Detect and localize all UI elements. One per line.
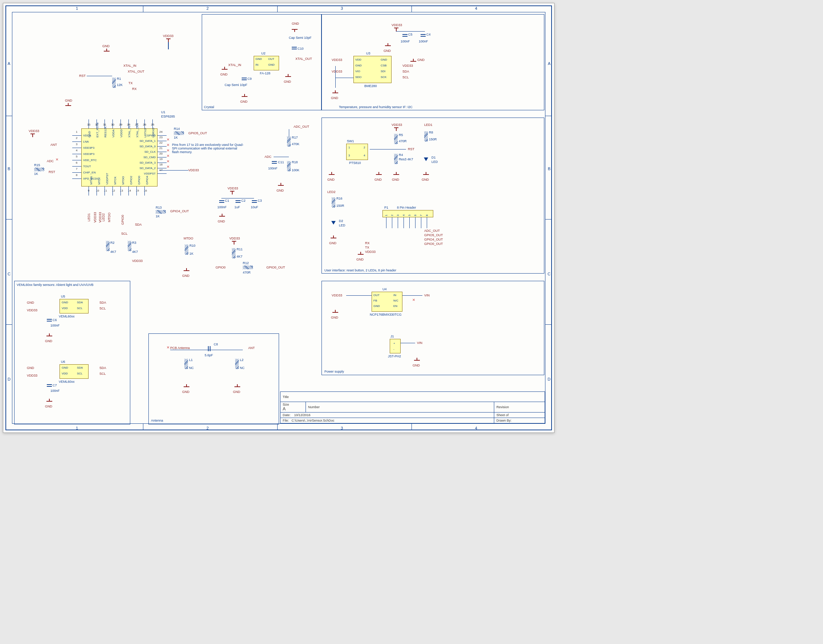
ruler-col: 4 bbox=[475, 426, 477, 430]
r5 bbox=[394, 134, 398, 144]
ruler-row: B bbox=[8, 167, 10, 171]
ruler-col: 4 bbox=[475, 6, 477, 11]
title-block: Title SizeA Number Revision Date: 10/12/… bbox=[280, 391, 545, 423]
r1 bbox=[112, 78, 116, 88]
ruler-col: 1 bbox=[76, 426, 78, 430]
c9 bbox=[242, 78, 247, 81]
ruler-row: A bbox=[8, 61, 10, 66]
ruler-row: B bbox=[548, 167, 550, 171]
net-vdd33: VDD33 bbox=[29, 129, 39, 133]
section-title: Crystal bbox=[204, 105, 214, 109]
c5 bbox=[402, 34, 408, 37]
r12 bbox=[243, 265, 253, 269]
l2 bbox=[235, 359, 239, 369]
chip-part: ESP8285 bbox=[161, 115, 175, 118]
ruler-col: 2 bbox=[207, 6, 208, 11]
r17 bbox=[287, 136, 291, 147]
r13 bbox=[156, 210, 166, 214]
ruler-row: A bbox=[548, 61, 550, 66]
ruler-row: C bbox=[547, 272, 550, 276]
net-rst: RST bbox=[79, 74, 86, 78]
title-label: Title bbox=[283, 395, 289, 399]
ruler-col: 3 bbox=[341, 426, 343, 430]
header bbox=[382, 210, 433, 217]
connector-j1 bbox=[390, 339, 401, 353]
r18 bbox=[287, 161, 291, 171]
led-icon bbox=[424, 158, 428, 161]
r14 bbox=[174, 131, 184, 135]
section-title: Antenna bbox=[151, 419, 163, 422]
ruler-row: D bbox=[8, 377, 11, 381]
ruler-col: 3 bbox=[341, 6, 343, 11]
ruler-row: D bbox=[547, 377, 550, 381]
net-vdd33: VDD33 bbox=[163, 34, 173, 38]
schematic-area: U1 ESP8285 1 VDDA 2 LNA 3 VDD3P3 4 VDD3P… bbox=[12, 12, 545, 423]
gnd-icon bbox=[64, 103, 72, 108]
r2 bbox=[106, 241, 110, 251]
c3 bbox=[252, 200, 257, 203]
r4 bbox=[394, 154, 398, 164]
c11 bbox=[272, 161, 277, 164]
section-title: Temperature, pressure and humidity senso… bbox=[339, 105, 412, 109]
c8 bbox=[208, 346, 210, 351]
r16 bbox=[332, 197, 335, 207]
section-psu bbox=[322, 281, 544, 375]
r15 bbox=[34, 168, 44, 171]
led-icon bbox=[331, 221, 336, 225]
section-title: User interface: reset button, 2 LEDs, 8 … bbox=[324, 268, 396, 272]
c10 bbox=[292, 47, 297, 50]
section-title: Power supply bbox=[324, 370, 344, 373]
schematic-page: 1 2 3 4 1 2 3 4 A B C D A B C D U1 ESP82… bbox=[3, 3, 555, 433]
ruler-col: 2 bbox=[207, 426, 208, 430]
chip-ref: U1 bbox=[161, 110, 166, 114]
r8 bbox=[424, 131, 428, 141]
r10 bbox=[185, 245, 189, 255]
r11 bbox=[232, 248, 236, 258]
ruler-col: 1 bbox=[76, 6, 78, 11]
gnd-icon bbox=[103, 49, 110, 54]
c1 bbox=[219, 200, 224, 203]
ruler-row: C bbox=[8, 272, 11, 276]
r3 bbox=[128, 241, 131, 251]
quad-spi-note: Pins from 17 to 23 are exclusively used … bbox=[172, 143, 245, 154]
c2 bbox=[236, 200, 241, 203]
section-title: VEML60xx family sensors: Abient light an… bbox=[17, 283, 93, 287]
c4 bbox=[421, 34, 426, 37]
l1 bbox=[184, 359, 188, 369]
